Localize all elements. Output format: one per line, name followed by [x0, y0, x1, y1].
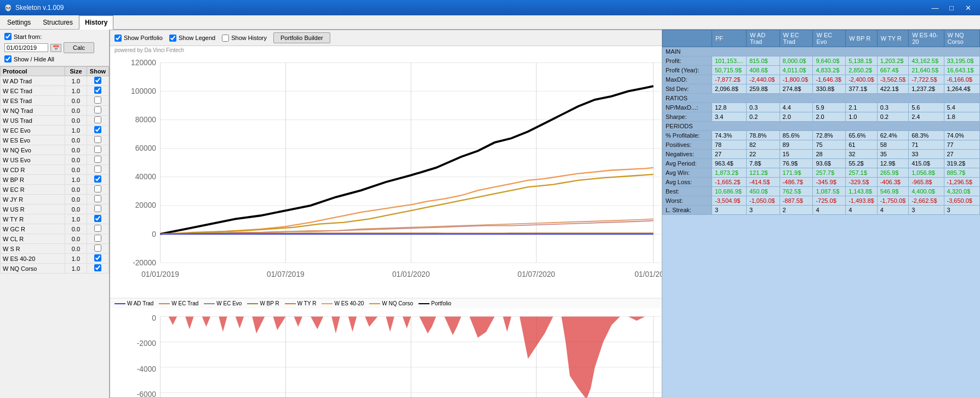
section-header-row: MAIN: [663, 47, 980, 56]
row-value: 1,264.4$: [944, 84, 980, 94]
legend-line-wec-evo: [204, 303, 215, 304]
protocol-size: 0.0: [65, 244, 87, 254]
protocol-size: 1.0: [65, 214, 87, 224]
protocol-size: 0.0: [65, 116, 87, 126]
svg-text:80000: 80000: [135, 116, 157, 124]
protocol-name: W NQ Trad: [1, 106, 65, 116]
table-row: W EC Trad 1.0: [1, 86, 109, 96]
row-value: 50,715.9$: [712, 66, 747, 75]
show-history-label[interactable]: Show History: [222, 35, 267, 42]
calendar-icon[interactable]: 📅: [50, 44, 61, 52]
protocol-name: W ES 40-20: [1, 254, 65, 264]
protocol-show[interactable]: [87, 126, 109, 135]
row-value: 82: [747, 140, 780, 150]
protocol-show[interactable]: [87, 204, 109, 214]
protocol-show[interactable]: [87, 96, 109, 106]
stats-row: Profit:101,153....815.0$8,000.0$9,640.0$…: [663, 56, 980, 66]
close-button[interactable]: ✕: [960, 2, 976, 14]
col-header-wes: W ES 40-20: [909, 30, 944, 47]
protocol-show[interactable]: [87, 185, 109, 195]
show-portfolio-checkbox[interactable]: [114, 35, 122, 42]
row-value: 32: [846, 150, 877, 159]
protocol-show[interactable]: [87, 254, 109, 264]
left-panel-controls: Start from: 📅 Calc Show / Hide All: [0, 30, 109, 66]
protocol-name: W CD R: [1, 165, 65, 175]
portfolio-builder-button[interactable]: Portfolio Builder: [273, 32, 330, 43]
row-value: 35: [877, 150, 908, 159]
protocol-show[interactable]: [87, 244, 109, 254]
row-value: 4,400.0$: [909, 187, 944, 196]
show-legend-label[interactable]: Show Legend: [169, 35, 215, 42]
row-value: 450.0$: [747, 187, 780, 196]
protocol-name: W EC Evo: [1, 126, 65, 135]
svg-text:40000: 40000: [135, 173, 157, 181]
table-row: W NQ Corso 1.0: [1, 264, 109, 274]
col-size: Size: [65, 67, 87, 76]
col-header-pf: PF: [712, 30, 747, 47]
maximize-button[interactable]: □: [944, 2, 959, 14]
row-value: 43,162.5$: [909, 56, 944, 66]
main-layout: Start from: 📅 Calc Show / Hide All Proto…: [0, 30, 980, 398]
show-history-checkbox[interactable]: [222, 35, 229, 42]
row-label: Profit:: [663, 56, 712, 66]
row-value: -1,646.3$: [813, 75, 846, 84]
row-value: 257.1$: [846, 168, 877, 178]
show-portfolio-label[interactable]: Show Portfolio: [114, 35, 163, 42]
col-header-wnq: W NQ Corso: [944, 30, 980, 47]
col-header-label: [663, 30, 712, 47]
protocol-show[interactable]: [87, 175, 109, 185]
protocol-show[interactable]: [87, 145, 109, 155]
row-value: 5,138.1$: [846, 56, 877, 66]
row-value: 1.8: [944, 112, 980, 122]
start-from-checkbox[interactable]: [4, 33, 12, 40]
protocol-show[interactable]: [87, 165, 109, 175]
show-hide-all-checkbox[interactable]: [4, 55, 12, 62]
row-value: 1,143.8$: [846, 187, 877, 196]
row-value: 12.8: [712, 103, 747, 112]
protocol-show[interactable]: [87, 224, 109, 234]
table-row: W US Trad 0.0: [1, 116, 109, 126]
protocol-size: 0.0: [65, 204, 87, 214]
table-row: W S R 0.0: [1, 244, 109, 254]
protocol-show[interactable]: [87, 76, 109, 86]
col-header-wec-trad: W EC Trad: [780, 30, 813, 47]
row-value: 377.1$: [846, 84, 877, 94]
row-value: 5.4: [944, 103, 980, 112]
protocol-show[interactable]: [87, 86, 109, 96]
protocol-show[interactable]: [87, 116, 109, 126]
menu-settings[interactable]: Settings: [1, 15, 37, 29]
calc-button[interactable]: Calc: [64, 42, 94, 53]
row-value: 2,096.8$: [712, 84, 747, 94]
row-value: 16,643.1$: [944, 66, 980, 75]
row-value: 1,056.8$: [909, 168, 944, 178]
row-value: 3: [944, 206, 980, 215]
menu-structures[interactable]: Structures: [37, 15, 79, 29]
menu-history[interactable]: History: [79, 15, 113, 30]
row-label: Worst:: [663, 196, 712, 206]
protocol-show[interactable]: [87, 155, 109, 165]
row-value: -2,400.0$: [846, 75, 877, 84]
protocol-show[interactable]: [87, 264, 109, 274]
row-value: 8,000.0$: [780, 56, 813, 66]
protocol-show[interactable]: [87, 106, 109, 116]
stats-row: Sharpe:3.40.22.02.01.00.22.41.8: [663, 112, 980, 122]
row-label: MaxDD:: [663, 75, 712, 84]
row-value: 2.0: [813, 112, 846, 122]
protocol-size: 1.0: [65, 254, 87, 264]
protocol-show[interactable]: [87, 135, 109, 145]
app-title: Skeleton v.1.009: [15, 4, 64, 12]
row-value: -345.9$: [813, 178, 846, 187]
protocol-show[interactable]: [87, 214, 109, 224]
protocol-show[interactable]: [87, 234, 109, 244]
start-date-input[interactable]: [4, 43, 48, 52]
protocol-size: 0.0: [65, 224, 87, 234]
show-legend-checkbox[interactable]: [169, 35, 176, 42]
protocol-name: W US Trad: [1, 116, 65, 126]
center-panel: Show Portfolio Show Legend Show History …: [110, 30, 662, 398]
row-value: 121.2$: [747, 168, 780, 178]
protocol-show[interactable]: [87, 195, 109, 204]
minimize-button[interactable]: —: [927, 2, 943, 14]
row-value: 21,640.5$: [909, 66, 944, 75]
row-value: 10,686.9$: [712, 187, 747, 196]
dd-chart: 0 -2000 -4000 -6000 -8000: [110, 308, 662, 397]
